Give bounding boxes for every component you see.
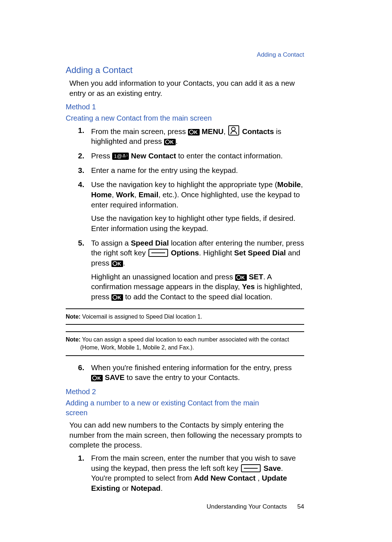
ok-key-icon: K	[111, 260, 123, 267]
step-text: .	[176, 137, 178, 145]
contacts-label: Contacts	[240, 127, 274, 136]
add-new-contact-label: Add New Contact	[194, 474, 256, 482]
method2-steps: 1. From the main screen, enter the numbe…	[87, 453, 304, 493]
step-5-paragraph-2: Highlight an unassigned location and pre…	[91, 272, 304, 302]
step-text: From the main screen, press	[91, 127, 188, 136]
note-label: Note:	[66, 336, 81, 343]
set-label: SET	[247, 272, 264, 281]
ok-key-icon: K	[164, 139, 176, 145]
menu-label: MENU	[200, 127, 224, 136]
method2-subheading: Adding a number to a new or existing Con…	[66, 398, 269, 418]
step-text: . Highlight	[199, 248, 234, 257]
method2-heading: Method 2	[66, 387, 304, 397]
manual-page: Adding a Contact Adding a Contact When y…	[66, 51, 304, 498]
step-4: 4. Use the navigation key to highlight t…	[91, 179, 304, 233]
ok-key-icon: K	[111, 294, 123, 301]
section-heading: Adding a Contact	[66, 64, 304, 76]
one-key-icon: 1@≛⁾	[112, 153, 129, 160]
step-text: to save the entry to your Contacts.	[124, 373, 240, 381]
ok-key-icon: K	[188, 129, 200, 136]
method1-steps-continued: 6. When you're finished entering informa…	[87, 363, 304, 383]
step-text: When you're finished entering informatio…	[91, 363, 292, 372]
speed-dial-label: Speed Dial	[131, 239, 169, 247]
note-1: Note: Voicemail is assigned to Speed Dia…	[66, 308, 304, 325]
page-number: 54	[297, 503, 304, 511]
step-1: 1. From the main screen, press K MENU, C…	[91, 125, 304, 146]
save-label: SAVE	[103, 373, 124, 381]
method1-heading: Method 1	[66, 102, 304, 112]
step-3: 3. Enter a name for the entry using the …	[91, 165, 304, 175]
ok-key-icon: K	[235, 274, 247, 281]
yes-label: Yes	[242, 282, 255, 291]
step-5: 5. To assign a Speed Dial location after…	[91, 238, 304, 302]
method2-intro: You can add new numbers to the Contacts …	[69, 420, 304, 450]
running-header-link: Adding a Contact	[66, 51, 304, 59]
step-4-paragraph-2: Use the navigation key to highlight othe…	[91, 213, 304, 233]
note-label: Note:	[66, 314, 81, 320]
step-number: 6.	[78, 363, 84, 373]
step-2: 2. Press 1@≛⁾ New Contact to enter the c…	[91, 151, 304, 161]
softkey-icon	[148, 249, 168, 257]
method1-subheading: Creating a new Contact from the main scr…	[66, 113, 304, 123]
note-text: Voicemail is assigned to Speed Dial loca…	[81, 314, 202, 320]
step-6: 6. When you're finished entering informa…	[91, 363, 304, 383]
softkey-icon	[241, 464, 261, 472]
save-softkey-label: Save	[261, 464, 281, 472]
notepad-label: Notepad	[131, 484, 160, 492]
step-text: ,	[224, 127, 228, 136]
page-footer: Understanding Your Contacts 54	[66, 503, 304, 511]
step-number: 1.	[78, 125, 84, 136]
step-number: 4.	[78, 179, 84, 190]
note-2: Note: You can assign a speed dial locati…	[66, 331, 304, 356]
step-text: Use the navigation key to highlight the …	[91, 180, 277, 189]
options-label: Options	[169, 248, 199, 257]
type-work: Work	[116, 190, 134, 199]
step-number: 3.	[78, 165, 84, 175]
contacts-icon	[228, 125, 239, 136]
type-mobile: Mobile	[277, 180, 301, 189]
step-number: 5.	[78, 238, 84, 248]
step-text: to add the Contact to the speed dial loc…	[123, 292, 272, 301]
step-text: .	[123, 259, 125, 267]
step-text: Highlight an unassigned location and pre…	[91, 272, 235, 281]
ok-key-icon: K	[91, 375, 103, 381]
step-text: To assign a	[91, 239, 131, 247]
method1-steps: 1. From the main screen, press K MENU, C…	[87, 125, 304, 302]
step-number: 2.	[78, 151, 84, 161]
new-contact-label: New Contact	[129, 151, 176, 160]
type-home: Home	[91, 190, 112, 199]
step-text: Press	[91, 151, 112, 160]
intro-paragraph: When you add information to your Contact…	[69, 78, 304, 98]
set-speed-dial-label: Set Speed Dial	[234, 248, 286, 257]
step-text: to enter the contact information.	[176, 151, 283, 160]
step-text: Enter a name for the entry using the key…	[91, 166, 238, 174]
footer-section: Understanding Your Contacts	[207, 503, 287, 510]
type-email: Email	[139, 190, 159, 199]
m2-step-1: 1. From the main screen, enter the numbe…	[91, 453, 304, 493]
note-text: You can assign a speed dial location to …	[80, 336, 289, 351]
step-number: 1.	[78, 453, 84, 463]
